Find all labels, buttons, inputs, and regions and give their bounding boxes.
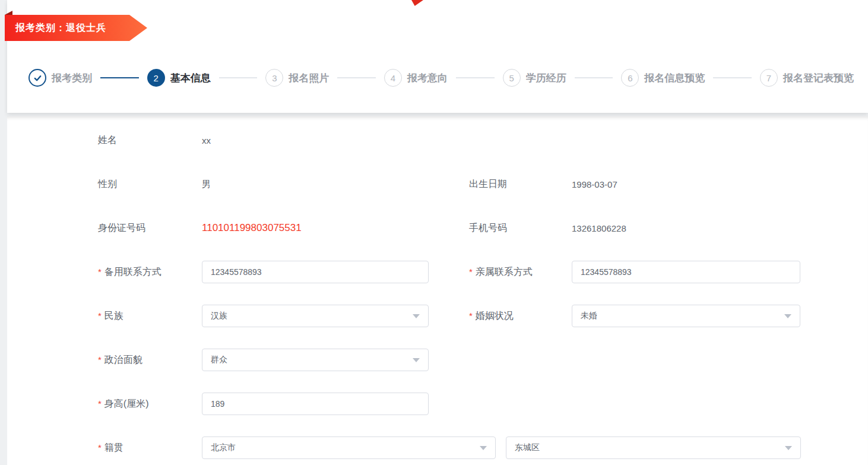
birth-date-value: 1998-03-07 (572, 179, 799, 189)
step-form-preview[interactable]: 7 报名登记表预览 (760, 69, 854, 87)
step-education[interactable]: 5 学历经历 (503, 69, 566, 87)
birth-date-label: 出生日期 (469, 178, 572, 191)
district-selected-value: 东城区 (515, 442, 785, 453)
step-connector (219, 77, 258, 78)
step-label: 学历经历 (526, 71, 566, 85)
basic-info-form: 姓名 xx 性别 男 出生日期 1998-03-07 身份证号码 1101011… (7, 116, 868, 465)
name-label: 姓名 (98, 134, 202, 147)
category-ribbon-label: 报考类别：退役士兵 (5, 22, 106, 34)
ethnicity-label: *民族 (98, 310, 202, 322)
page: 报考类别：退役士兵 报考类别 2 基本信息 3 报名照片 (0, 0, 868, 465)
step-number: 6 (628, 73, 632, 83)
id-number-label: 身份证号码 (98, 222, 202, 235)
chevron-down-icon (413, 314, 420, 318)
step-number-circle: 2 (147, 69, 165, 87)
step-label: 报考类别 (52, 71, 92, 85)
chevron-down-icon (785, 446, 792, 450)
political-status-label: *政治面貌 (98, 354, 202, 366)
chevron-down-icon (413, 358, 420, 362)
row-height: *身高(厘米) (98, 393, 868, 415)
step-connector (337, 77, 376, 78)
step-number: 3 (272, 73, 277, 83)
step-label: 报考意向 (407, 71, 448, 85)
gender-value: 男 (202, 179, 429, 190)
header-card: 报考类别：退役士兵 报考类别 2 基本信息 3 报名照片 (7, 0, 868, 113)
step-info-preview[interactable]: 6 报名信息预览 (621, 69, 705, 87)
step-connector (100, 77, 139, 78)
political-status-selected-value: 群众 (211, 355, 413, 365)
province-selected-value: 北京市 (211, 442, 480, 453)
step-basic-info[interactable]: 2 基本信息 (147, 69, 211, 87)
category-ribbon: 报考类别：退役士兵 (5, 15, 147, 41)
step-label: 报名信息预览 (644, 71, 705, 85)
row-ethnicity-marital: *民族 汉族 *婚姻状况 未婚 (98, 305, 868, 327)
step-number-circle: 4 (384, 69, 402, 87)
step-connector (575, 77, 613, 78)
step-number-circle: 5 (503, 69, 521, 87)
step-number-circle: 6 (621, 69, 639, 87)
row-gender-birth: 性别 男 出生日期 1998-03-07 (98, 173, 868, 195)
row-id-phone: 身份证号码 110101199803075531 手机号码 1326180622… (98, 217, 868, 239)
step-connector (713, 77, 752, 78)
step-intention[interactable]: 4 报考意向 (384, 69, 448, 87)
phone-value: 13261806228 (572, 223, 799, 233)
ethnicity-select[interactable]: 汉族 (202, 305, 429, 327)
step-label: 报名照片 (289, 71, 329, 85)
backup-contact-label: *备用联系方式 (98, 266, 202, 279)
row-native-place: *籍贯 北京市 东城区 (98, 436, 868, 459)
row-political-status: *政治面貌 群众 (98, 349, 868, 371)
step-number-circle: 7 (760, 69, 778, 87)
height-label: *身高(厘米) (98, 398, 202, 410)
step-number: 7 (766, 73, 771, 83)
check-icon (33, 74, 42, 83)
step-connector (456, 77, 495, 78)
political-status-select[interactable]: 群众 (202, 349, 429, 371)
native-place-province-select[interactable]: 北京市 (202, 436, 496, 459)
ethnicity-selected-value: 汉族 (211, 311, 413, 321)
native-place-label: *籍贯 (98, 442, 202, 454)
step-label: 基本信息 (170, 71, 211, 85)
id-number-value: 110101199803075531 (202, 222, 429, 234)
step-number-circle: 3 (265, 69, 283, 87)
relative-contact-label: *亲属联系方式 (469, 266, 572, 279)
step-registration-category[interactable]: 报考类别 (28, 69, 92, 87)
height-input[interactable] (202, 393, 429, 415)
marital-status-label: *婚姻状况 (469, 310, 572, 322)
gender-label: 性别 (98, 178, 202, 191)
step-photo[interactable]: 3 报名照片 (265, 69, 329, 87)
step-label: 报名登记表预览 (783, 71, 854, 85)
step-number: 2 (154, 73, 159, 83)
backup-contact-input[interactable] (202, 261, 429, 283)
ribbon-fold (5, 11, 12, 15)
marital-status-select[interactable]: 未婚 (572, 305, 800, 327)
native-place-district-select[interactable]: 东城区 (506, 436, 801, 459)
relative-contact-input[interactable] (572, 261, 800, 283)
row-name: 姓名 xx (98, 129, 868, 151)
chevron-down-icon (480, 446, 487, 450)
step-done-circle (28, 69, 46, 87)
phone-label: 手机号码 (469, 222, 572, 235)
step-number: 4 (391, 73, 395, 83)
step-number: 5 (509, 73, 514, 83)
stepper: 报考类别 2 基本信息 3 报名照片 4 报考意向 5 学历经历 (7, 64, 868, 91)
marital-status-selected-value: 未婚 (581, 311, 784, 321)
row-contacts: *备用联系方式 *亲属联系方式 (98, 261, 868, 283)
name-value: xx (202, 135, 429, 145)
chevron-down-icon (784, 314, 791, 318)
